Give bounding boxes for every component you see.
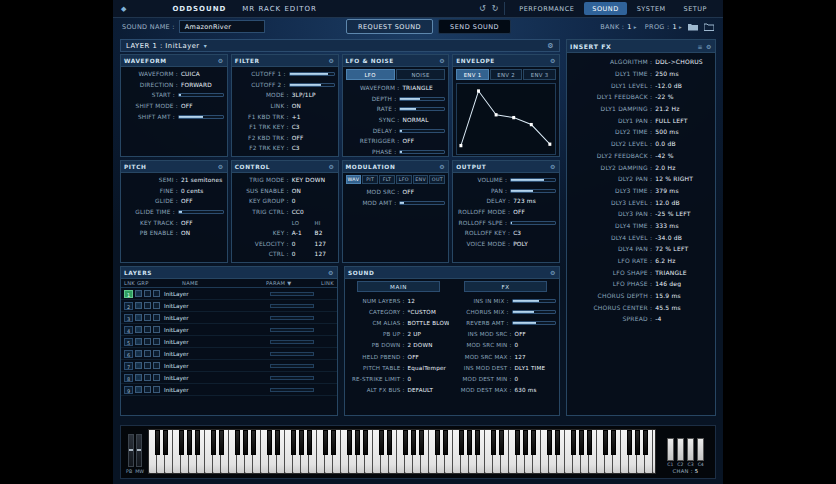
layer-name[interactable]: InitLayer — [162, 387, 270, 393]
black-key[interactable] — [243, 430, 248, 455]
value-f1-trk-key[interactable]: C3 — [289, 124, 335, 130]
value-trig-mode[interactable]: KEY DOWN — [289, 177, 335, 183]
tab-sound[interactable]: SOUND — [584, 2, 626, 15]
link-icon[interactable] — [153, 314, 160, 321]
value-num-layers[interactable]: 12 — [405, 298, 449, 304]
mod-wheel[interactable] — [136, 434, 142, 467]
value-pb-up[interactable]: 2 UP — [405, 331, 449, 337]
chorus-mix-slider[interactable] — [512, 310, 556, 314]
layer-row[interactable]: 8InitLayer — [121, 372, 337, 384]
start-slider[interactable] — [178, 93, 224, 97]
black-key[interactable] — [571, 430, 576, 455]
link-icon[interactable] — [153, 350, 160, 357]
gear-icon[interactable]: ⚙ — [329, 57, 335, 64]
rolloff-slpe-slider[interactable] — [510, 221, 556, 225]
layer-selector[interactable]: LAYER 1 : InitLayer ▾ ⚙ — [120, 39, 560, 52]
tab-out[interactable]: OUT — [429, 175, 445, 184]
value-dly3-time[interactable]: 379 ms — [652, 187, 711, 194]
tab-lfo[interactable]: LFO — [346, 69, 395, 80]
value-ins-mod-src[interactable]: OFF — [512, 331, 556, 337]
rate-slider[interactable] — [399, 107, 445, 111]
volume-slider[interactable] — [510, 178, 556, 182]
layer-name[interactable]: InitLayer — [162, 351, 270, 357]
link-icon[interactable] — [153, 326, 160, 333]
gear-icon[interactable]: ⚙ — [439, 57, 445, 64]
tab-noise[interactable]: NOISE — [396, 69, 445, 80]
black-key[interactable] — [579, 430, 584, 455]
value-mod-src-min[interactable]: 0 — [512, 342, 556, 348]
delay-slider[interactable] — [399, 129, 445, 133]
ctrl-pad-c4[interactable] — [697, 438, 704, 461]
black-key[interactable] — [331, 430, 336, 455]
value-retrigger[interactable]: OFF — [399, 138, 445, 144]
value-rolloff-mode[interactable]: OFF — [510, 209, 556, 215]
power-icon[interactable] — [135, 290, 142, 297]
black-key[interactable] — [635, 430, 640, 455]
value-velocity-lo[interactable]: 0 — [289, 241, 312, 247]
black-key[interactable] — [307, 430, 312, 455]
black-key[interactable] — [251, 430, 256, 455]
value-dly2-level[interactable]: 0.0 dB — [652, 140, 711, 147]
value-dly2-damping[interactable]: 2.0 Hz — [652, 164, 711, 171]
black-key[interactable] — [363, 430, 368, 455]
gear-icon[interactable]: ⚙ — [328, 269, 334, 276]
value-mode[interactable]: 3LP/1LP — [289, 92, 335, 98]
power-icon[interactable] — [135, 302, 142, 309]
layer-number-badge[interactable]: 6 — [124, 350, 133, 358]
mod-amt-slider[interactable] — [399, 201, 445, 205]
black-key[interactable] — [491, 430, 496, 455]
request-sound-button[interactable]: REQUEST SOUND — [346, 19, 433, 34]
layer-param-track[interactable] — [270, 340, 314, 344]
tab-system[interactable]: SYSTEM — [629, 2, 674, 15]
value-ctrl-hi[interactable]: 127 — [312, 251, 335, 257]
layer-param-track[interactable] — [270, 304, 314, 308]
cutoff-2-slider[interactable] — [289, 83, 335, 87]
white-key[interactable] — [653, 430, 656, 473]
bank-value[interactable]: 1 — [627, 23, 631, 31]
value-dly2-time[interactable]: 500 ms — [652, 128, 711, 135]
black-key[interactable] — [435, 430, 440, 455]
tab-wav[interactable]: WAV — [346, 175, 362, 184]
power-icon[interactable] — [135, 350, 142, 357]
power-icon[interactable] — [135, 314, 142, 321]
tab-env-1[interactable]: ENV 1 — [456, 69, 489, 80]
value-dly1-level[interactable]: -12.0 dB — [652, 82, 711, 89]
mute-icon[interactable] — [144, 386, 151, 393]
tab-flt[interactable]: FLT — [379, 175, 395, 184]
layer-param-track[interactable] — [270, 328, 314, 332]
black-key[interactable] — [499, 430, 504, 455]
value-lfo-shape[interactable]: TRIANGLE — [652, 269, 711, 276]
phase-slider[interactable] — [399, 150, 445, 154]
value-dly4-pan[interactable]: 72 % LEFT — [652, 245, 711, 252]
layer-number-badge[interactable]: 5 — [124, 338, 133, 346]
ctrl-pad-c1[interactable] — [667, 438, 674, 461]
link-icon[interactable] — [153, 290, 160, 297]
black-key[interactable] — [547, 430, 552, 455]
black-key[interactable] — [387, 430, 392, 455]
value-mod-dest-max[interactable]: 630 ms — [512, 387, 556, 393]
value-re-strike-limit[interactable]: 0 — [405, 376, 449, 382]
value-dly1-feedback[interactable]: -22 % — [652, 93, 711, 100]
undo-icon[interactable]: ↺ — [479, 4, 486, 13]
value-f2-trk-key[interactable]: C3 — [289, 145, 335, 151]
ctrl-pad-c2[interactable] — [677, 438, 684, 461]
value-pitch-table[interactable]: EqualTemper — [405, 365, 449, 371]
link-icon[interactable] — [153, 302, 160, 309]
black-key[interactable] — [275, 430, 280, 455]
black-key[interactable] — [299, 430, 304, 455]
value-chorus-center[interactable]: 45.5 ms — [652, 304, 711, 311]
mute-icon[interactable] — [144, 338, 151, 345]
power-icon[interactable] — [135, 362, 142, 369]
black-key[interactable] — [611, 430, 616, 455]
value-direction[interactable]: FORWARD — [178, 82, 224, 88]
value-key-lo[interactable]: A-1 — [289, 230, 312, 236]
black-key[interactable] — [643, 430, 648, 455]
black-key[interactable] — [163, 430, 168, 455]
bank-selector[interactable]: BANK : 1 ▸ — [600, 23, 637, 31]
mute-icon[interactable] — [144, 314, 151, 321]
layer-param-track[interactable] — [270, 376, 314, 380]
layer-number-badge[interactable]: 7 — [124, 362, 133, 370]
value-mod-dest-min[interactable]: 0 — [512, 376, 556, 382]
layer-row[interactable]: 9InitLayer — [121, 384, 337, 396]
shift-amt-slider[interactable] — [178, 115, 224, 119]
